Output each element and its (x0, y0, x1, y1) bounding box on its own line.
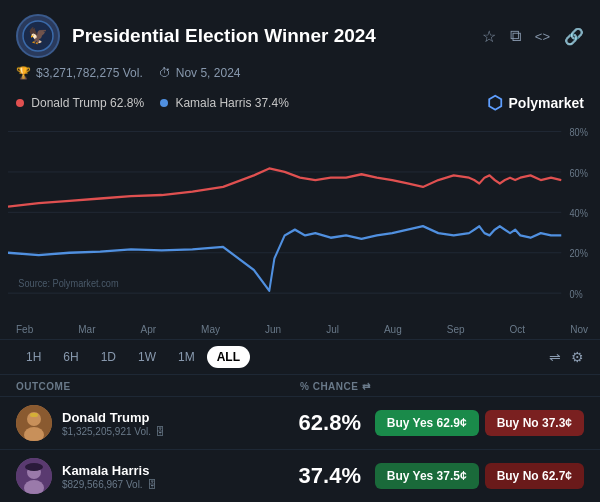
trump-legend-label: Donald Trump 62.8% (31, 96, 144, 110)
harris-btn-group: Buy Yes 37.5¢ Buy No 62.7¢ (375, 463, 584, 489)
time-btn-1h[interactable]: 1H (16, 346, 51, 368)
chance-col-header: % CHANCE ⇄ (300, 381, 584, 392)
x-label-aug: Aug (384, 324, 402, 335)
time-btn-all[interactable]: ALL (207, 346, 250, 368)
time-btn-1m[interactable]: 1M (168, 346, 205, 368)
svg-text:80%: 80% (569, 127, 588, 139)
harris-chance: 37.4% (295, 463, 365, 489)
header-actions: ☆ ⧉ <> 🔗 (482, 27, 584, 46)
svg-text:Source: Polymarket.com: Source: Polymarket.com (18, 278, 118, 290)
x-label-oct: Oct (510, 324, 526, 335)
harris-name: Kamala Harris (62, 463, 285, 478)
time-btn-1d[interactable]: 1D (91, 346, 126, 368)
outcomes-header: OUTCOME % CHANCE ⇄ (0, 374, 600, 396)
trump-chance: 62.8% (295, 410, 365, 436)
polymarket-brand: ⬡ Polymarket (487, 92, 584, 114)
trump-outcome-row: Donald Trump $1,325,205,921 Vol. 🗄 62.8%… (0, 396, 600, 449)
trump-btn-group: Buy Yes 62.9¢ Buy No 37.3¢ (375, 410, 584, 436)
trump-buy-yes-button[interactable]: Buy Yes 62.9¢ (375, 410, 479, 436)
x-label-mar: Mar (78, 324, 95, 335)
code-icon[interactable]: <> (535, 29, 550, 44)
x-label-feb: Feb (16, 324, 33, 335)
link-icon[interactable]: 🔗 (564, 27, 584, 46)
chart-svg: 80% 60% 40% 20% 0% Source: Polymarket.co… (8, 120, 592, 322)
filter-icons: ⇌ ⚙ (549, 349, 584, 365)
time-btn-1w[interactable]: 1W (128, 346, 166, 368)
harris-vol-icon: 🗄 (147, 479, 157, 490)
trump-dot (16, 99, 24, 107)
trump-avatar (16, 405, 52, 441)
harris-legend: Kamala Harris 37.4% (160, 96, 289, 110)
trump-vol-icon: 🗄 (155, 426, 165, 437)
svg-text:60%: 60% (569, 167, 588, 179)
trump-volume: $1,325,205,921 Vol. 🗄 (62, 426, 285, 437)
harris-legend-label: Kamala Harris 37.4% (175, 96, 288, 110)
star-icon[interactable]: ☆ (482, 27, 496, 46)
date-info: ⏱ Nov 5, 2024 (159, 66, 241, 80)
chart-area: 80% 60% 40% 20% 0% Source: Polymarket.co… (8, 120, 592, 322)
svg-text:20%: 20% (569, 248, 588, 260)
legend-row: Donald Trump 62.8% Kamala Harris 37.4% ⬡… (0, 88, 600, 120)
svg-text:40%: 40% (569, 207, 588, 219)
copy-icon[interactable]: ⧉ (510, 27, 521, 45)
x-label-sep: Sep (447, 324, 465, 335)
sliders-icon[interactable]: ⇌ (549, 349, 561, 365)
logo-circle: 🦅 (16, 14, 60, 58)
svg-point-20 (25, 463, 43, 471)
harris-info: Kamala Harris $829,566,967 Vol. 🗄 (62, 463, 285, 490)
svg-text:0%: 0% (569, 288, 583, 300)
x-label-may: May (201, 324, 220, 335)
harris-buy-yes-button[interactable]: Buy Yes 37.5¢ (375, 463, 479, 489)
time-btn-6h[interactable]: 6H (53, 346, 88, 368)
poly-icon: ⬡ (487, 92, 503, 114)
trump-info: Donald Trump $1,325,205,921 Vol. 🗄 (62, 410, 285, 437)
trump-legend: Donald Trump 62.8% (16, 96, 144, 110)
time-filters: 1H 6H 1D 1W 1M ALL ⇌ ⚙ (0, 339, 600, 374)
harris-outcome-row: Kamala Harris $829,566,967 Vol. 🗄 37.4% … (0, 449, 600, 502)
x-labels: Feb Mar Apr May Jun Jul Aug Sep Oct Nov (0, 322, 600, 339)
trophy-icon: 🏆 (16, 66, 31, 80)
settings-icon[interactable]: ⚙ (571, 349, 584, 365)
clock-icon: ⏱ (159, 66, 171, 80)
trump-buy-no-button[interactable]: Buy No 37.3¢ (485, 410, 584, 436)
svg-text:🦅: 🦅 (28, 26, 48, 45)
x-label-jul: Jul (326, 324, 339, 335)
harris-buy-no-button[interactable]: Buy No 62.7¢ (485, 463, 584, 489)
harris-dot (160, 99, 168, 107)
x-label-apr: Apr (141, 324, 157, 335)
harris-avatar (16, 458, 52, 494)
outcome-col-header: OUTCOME (16, 381, 300, 392)
meta-row: 🏆 $3,271,782,275 Vol. ⏱ Nov 5, 2024 (0, 66, 600, 88)
header: 🦅 Presidential Election Winner 2024 ☆ ⧉ … (0, 0, 600, 66)
page-title: Presidential Election Winner 2024 (72, 25, 376, 47)
x-label-jun: Jun (265, 324, 281, 335)
volume-info: 🏆 $3,271,782,275 Vol. (16, 66, 143, 80)
volume-value: $3,271,782,275 Vol. (36, 66, 143, 80)
trump-name: Donald Trump (62, 410, 285, 425)
svg-rect-16 (30, 413, 38, 417)
x-label-nov: Nov (570, 324, 588, 335)
date-value: Nov 5, 2024 (176, 66, 241, 80)
brand-name: Polymarket (509, 95, 584, 111)
harris-volume: $829,566,967 Vol. 🗄 (62, 479, 285, 490)
